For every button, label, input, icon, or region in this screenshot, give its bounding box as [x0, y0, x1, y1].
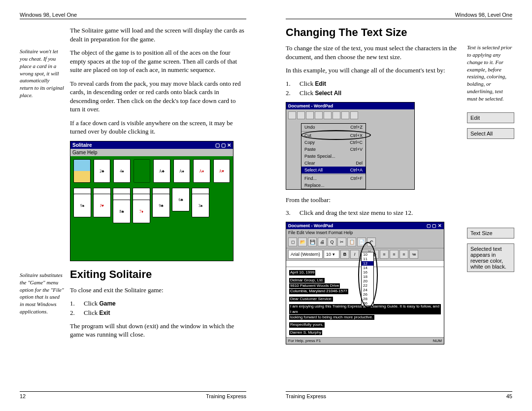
- cmd-game: Game: [99, 300, 115, 307]
- card-9c: 9♣: [152, 194, 170, 217]
- wordpad-menu: File Edit View Insert Format Help: [286, 229, 444, 236]
- window-controls-icon: ▢ ▢ ✕: [427, 223, 442, 228]
- heading-changing-text-size: Changing The Text Size: [286, 26, 512, 39]
- para-load: The Solitaire game will load and the scr…: [70, 26, 246, 43]
- card-deck-back: [73, 159, 91, 183]
- page-number-left: 12: [20, 393, 26, 399]
- cmd-exit: Exit: [99, 309, 110, 316]
- wordpad-title: Document - WordPad: [288, 223, 333, 228]
- wordpad-edit-menu-screenshot: Document - WordPad UndoCtrl+Z CutCtrl+X …: [286, 102, 415, 190]
- toolbar-steps: 3.Click and drag the text size menu to s…: [286, 209, 458, 217]
- card-ah: A♥: [213, 159, 231, 183]
- solitaire-title-text: Solitaire: [72, 142, 92, 148]
- page-number-right: 45: [506, 393, 512, 399]
- page-left: Windows 98, Level One Solitaire won't le…: [0, 0, 266, 411]
- heading-exiting-solitaire: Exiting Solitaire: [70, 268, 246, 281]
- para-to-close: To close and exit the Solitaire game:: [70, 286, 246, 295]
- status-left: For Help, press F1: [288, 339, 321, 343]
- card-4s: 4♠: [113, 159, 131, 183]
- running-head-right: Windows 98, Level One: [286, 12, 512, 19]
- cmd-select-all: Select All: [315, 90, 341, 97]
- solitaire-board: 2♣ 4♠ A♣ A♠ A♦ A♥ 10♥9♠ Q♥J♥ 10♠9♥8♣: [70, 156, 233, 261]
- para-example: In this example, you will change all of …: [286, 66, 458, 75]
- footer-right: Training Express 45: [286, 391, 512, 399]
- card-7d: 7♦: [133, 200, 150, 223]
- wordpad-window-screenshot: Document - WordPad ▢ ▢ ✕ File Edit View …: [286, 222, 444, 344]
- card-jh: J♥: [93, 194, 111, 217]
- margin-note-game-menu: Solitaire substitutes the "Game" menu op…: [20, 272, 64, 315]
- book-title: Windows 98, Level One: [20, 12, 77, 18]
- font-name-combo: Arial (Western): [288, 250, 323, 259]
- foundation-slot: [133, 159, 151, 183]
- font-size-dropdown: 10 11 12 14 16 18 20 22 24 26 28 36: [361, 252, 374, 306]
- footer-left: 12 Training Express: [20, 391, 246, 399]
- running-head-left: Windows 98, Level One: [20, 12, 246, 19]
- step-3-text: Click and drag the text size menu to siz…: [299, 209, 458, 217]
- wp-edit-title: Document - WordPad: [286, 103, 414, 109]
- para-change-size: To change the size of the text, you must…: [286, 44, 458, 61]
- two-page-spread: Windows 98, Level One Solitaire won't le…: [0, 0, 532, 411]
- card-2c: 2♣: [94, 159, 111, 183]
- book-title-r: Windows 98, Level One: [455, 12, 512, 18]
- edit-steps: 1.Click Edit 2.Click Select All: [286, 80, 458, 97]
- para-object: The object of the game is to position al…: [70, 48, 246, 74]
- margin-note-text-selected: Text is selected prior to applying any c…: [467, 44, 512, 103]
- para-face-down: If a face down card is visible anywhere …: [70, 119, 246, 136]
- cmd-edit: Edit: [315, 80, 326, 87]
- card-3s: 3♠: [192, 194, 209, 217]
- card-8c: 8♣: [113, 200, 131, 223]
- solitaire-screenshot: Solitaire ▢ ▢ ✕ Game Help 2♣ 4♠ A♣ A♠ A♦: [70, 141, 233, 261]
- publisher-right: Training Express: [286, 393, 326, 399]
- callout-edit: Edit: [467, 112, 514, 123]
- callout-select-all: Select All: [467, 128, 514, 139]
- menu-item-select-all: Select AllCtrl+A: [301, 167, 366, 173]
- card-9s: 9♠: [73, 194, 91, 217]
- margin-note-cheat: Solitaire won't let you cheat. If you pl…: [20, 48, 64, 99]
- page-right: Windows 98, Level One Changing The Text …: [266, 0, 532, 411]
- wordpad-toolbar-1: ◻📂💾🖨Q ✂📋📄↶: [286, 236, 444, 248]
- para-reveal: To reveal cards from the pack, you may m…: [70, 79, 246, 114]
- solitaire-menu: Game Help: [70, 149, 233, 156]
- para-shutdown: The program will shut down (exit) and th…: [70, 322, 246, 339]
- edit-menu-dropdown: UndoCtrl+Z CutCtrl+X CopyCtrl+C PasteCtr…: [301, 123, 366, 189]
- font-size-combo: 10 ▾: [324, 250, 339, 259]
- publisher-left: Training Express: [206, 393, 246, 399]
- card-ac: A♣: [153, 159, 170, 183]
- card-6c: 6♣: [172, 188, 190, 211]
- status-right: NUM: [433, 339, 442, 343]
- exit-steps: 1.Click Game 2.Click Exit: [70, 300, 246, 317]
- card-ad: A♦: [193, 159, 210, 183]
- callout-text-size: Text Size: [467, 228, 514, 239]
- card-as: A♠: [173, 159, 191, 183]
- para-from-toolbar: From the toolbar:: [286, 196, 458, 205]
- callout-reverse-color: Selected text appears in reverse color, …: [467, 243, 514, 272]
- window-controls-icon: ▢ ▢ ✕: [215, 142, 231, 148]
